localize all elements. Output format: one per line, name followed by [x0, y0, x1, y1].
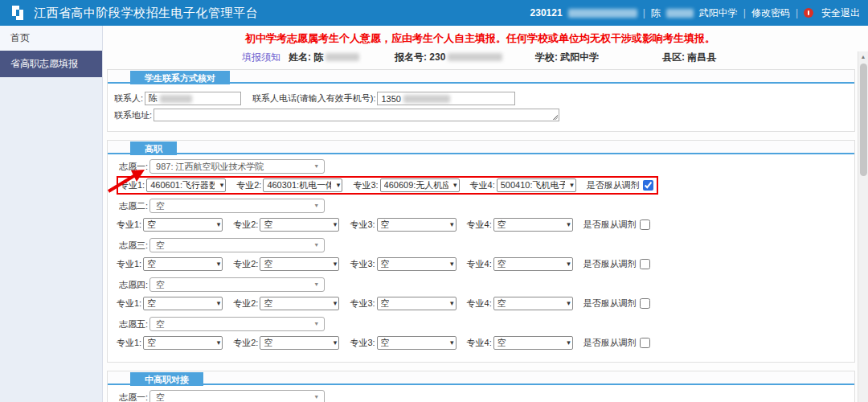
scroll-up-arrow-icon[interactable]: ▲: [858, 51, 868, 62]
resize-grip-icon[interactable]: [552, 114, 558, 120]
major-label: 专业4:: [467, 337, 492, 349]
gaozhi-tabbar: 高职: [108, 141, 854, 154]
major-select[interactable]: 空▾: [143, 218, 223, 232]
major-select-value: 460609:无人机应用技术: [384, 179, 448, 191]
major-select-value: 空: [147, 297, 156, 310]
major-select[interactable]: 空▾: [143, 297, 223, 310]
guide-link[interactable]: 填报须知: [242, 51, 280, 64]
major-select[interactable]: 空▾: [260, 257, 339, 271]
volunteer-row: 志愿一:987: 江西航空职业技术学院▼: [119, 158, 848, 174]
contact-phone-label: 联系人电话(请输入有效手机号):: [252, 92, 375, 105]
student-info-row: 填报须知 姓名: 陈 报名号: 230 学校: 武阳中学 县区: 南昌县: [105, 48, 855, 66]
major-select[interactable]: 460609:无人机应用技术▾: [380, 178, 460, 192]
major-select[interactable]: 空▾: [377, 218, 457, 232]
major-select[interactable]: 空▾: [493, 297, 573, 310]
volunteer-select[interactable]: 空▼: [149, 238, 325, 252]
volunteer-select[interactable]: 空▼: [149, 199, 325, 213]
contact-address-textarea[interactable]: [154, 109, 559, 121]
logout-link[interactable]: 安全退出: [821, 6, 860, 20]
sidebar-item-1[interactable]: 省高职志愿填报: [0, 51, 102, 77]
major-select[interactable]: 空▾: [377, 336, 457, 350]
chevron-down-icon: ▾: [450, 260, 454, 268]
major-select-value: 空: [497, 219, 506, 231]
adjust-checkbox[interactable]: [640, 219, 650, 230]
adjust-checkbox[interactable]: [643, 180, 653, 191]
major-label: 专业1:: [120, 179, 145, 191]
registration-number: 报名号: 230: [395, 51, 535, 64]
tab-gaozhi[interactable]: 高职: [130, 142, 177, 155]
tab-zhonggaozhi[interactable]: 中高职对接: [130, 372, 203, 386]
major-select[interactable]: 500410:飞机电子设备维修▾: [497, 178, 576, 192]
adjust-label: 是否服从调剂: [583, 297, 637, 310]
major-select[interactable]: 空▾: [260, 336, 339, 350]
major-select[interactable]: 空▾: [260, 218, 339, 232]
contact-phone-input[interactable]: 1350: [377, 92, 515, 105]
separator: |: [743, 7, 746, 18]
user-name: 陈: [651, 6, 661, 20]
tab-contact-check[interactable]: 学生联系方式核对: [130, 71, 230, 84]
major-select-value: 空: [381, 258, 390, 270]
adjust-label: 是否服从调剂: [587, 179, 640, 191]
adjust-group: 是否服从调剂: [583, 297, 650, 310]
major-group: 专业4:空▾: [467, 297, 573, 310]
adjust-checkbox[interactable]: [640, 259, 650, 269]
major-select[interactable]: 460301:机电一体化技术▾: [263, 178, 342, 192]
app-header: 江西省高中阶段学校招生电子化管理平台 230121 | 陈 武阳中学 | 修改密…: [0, 0, 868, 26]
major-select-value: 460601:飞行器数字化制造: [150, 179, 215, 191]
chevron-down-icon: ▾: [334, 260, 338, 268]
adjust-label: 是否服从调剂: [583, 337, 637, 349]
phone-redacted: [403, 95, 450, 103]
platform-logo-icon: [8, 3, 27, 23]
contact-redacted: [160, 95, 192, 103]
major-row-inner: 专业1:空▾专业2:空▾专业3:空▾专业4:空▾是否服从调剂: [117, 257, 650, 271]
major-select[interactable]: 空▾: [493, 257, 573, 271]
volunteer-label: 志愿五:: [119, 318, 148, 330]
major-select[interactable]: 空▾: [377, 257, 457, 271]
volunteer-select-value: 空: [156, 279, 165, 291]
sidebar-item-0[interactable]: 首页: [0, 26, 102, 51]
chevron-down-icon: ▾: [220, 181, 224, 189]
volunteer-label: 志愿三:: [119, 240, 148, 252]
major-group: 专业2:空▾: [233, 218, 339, 232]
major-select-value: 空: [381, 297, 390, 310]
major-row: 专业1:460601:飞行器数字化制造▾专业2:460301:机电一体化技术▾专…: [117, 176, 848, 195]
major-select-value: 空: [264, 337, 272, 349]
adjust-group: 是否服从调剂: [587, 179, 653, 191]
name-redacted: [326, 53, 359, 61]
contact-person-input[interactable]: 陈: [145, 92, 241, 105]
major-select[interactable]: 空▾: [377, 297, 457, 310]
major-group: 专业1:空▾: [117, 336, 223, 350]
major-label: 专业3:: [350, 297, 375, 310]
major-group: 专业1:460601:飞行器数字化制造▾: [120, 178, 226, 192]
major-group: 专业3:空▾: [350, 257, 456, 271]
warning-text: 初中学考志愿属考生个人意愿，应由考生个人自主填报。任何学校或单位均无权干涉或影响…: [105, 31, 855, 46]
volunteer-select[interactable]: 空▼: [149, 277, 325, 292]
volunteer-row: 志愿一:空▼: [119, 389, 848, 402]
major-select[interactable]: 空▾: [143, 257, 223, 271]
chevron-down-icon: ▾: [453, 181, 457, 189]
major-select[interactable]: 空▾: [260, 297, 339, 310]
major-label: 专业4:: [467, 219, 492, 231]
zhonggaozhi-panel: 中高职对接 志愿一:空▼专业1:空▾专业2:空▾专业3:空▾专业4:空▾是否服从…: [107, 371, 855, 402]
adjust-label: 是否服从调剂: [583, 219, 637, 231]
major-select[interactable]: 空▾: [493, 336, 573, 350]
major-select[interactable]: 460601:飞行器数字化制造▾: [146, 178, 226, 192]
volunteer-select[interactable]: 987: 江西航空职业技术学院▼: [149, 159, 325, 174]
major-label: 专业3:: [350, 337, 375, 349]
volunteer-select[interactable]: 空▼: [149, 317, 325, 331]
volunteer-select-value: 空: [156, 200, 165, 212]
contact-address-label: 联系地址:: [114, 109, 152, 121]
adjust-checkbox[interactable]: [640, 298, 650, 309]
volunteer-row: 志愿三:空▼: [119, 237, 848, 253]
major-select[interactable]: 空▾: [493, 218, 573, 232]
change-password-link[interactable]: 修改密码: [751, 6, 790, 20]
volunteer-select[interactable]: 空▼: [149, 390, 325, 402]
chevron-down-icon: ▾: [567, 260, 571, 268]
adjust-checkbox[interactable]: [640, 338, 650, 348]
power-icon: [804, 8, 813, 18]
major-select-value: 空: [381, 337, 390, 349]
vertical-scrollbar[interactable]: ▲: [858, 51, 868, 402]
chevron-down-icon: ▾: [450, 220, 454, 228]
scrollbar-thumb[interactable]: [860, 64, 867, 176]
major-select[interactable]: 空▾: [143, 336, 223, 350]
